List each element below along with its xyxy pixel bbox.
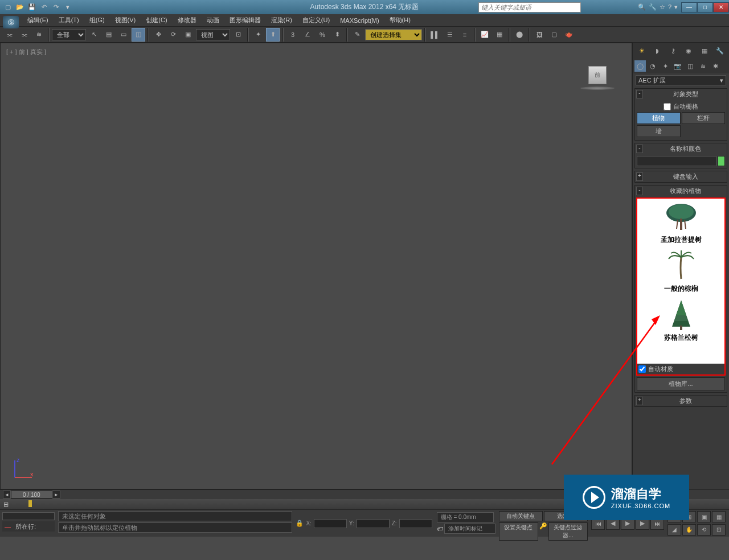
- edit-named-sel-icon[interactable]: ✎: [350, 28, 364, 42]
- rotate-icon[interactable]: ⟳: [166, 28, 180, 42]
- maximize-button[interactable]: □: [697, 2, 713, 13]
- menu-create[interactable]: 创建(C): [141, 15, 171, 26]
- select-manipulate-icon[interactable]: ✦: [251, 28, 265, 42]
- select-link-icon[interactable]: ⫘: [2, 28, 16, 42]
- pan-icon[interactable]: ✋: [682, 524, 696, 536]
- menu-animation[interactable]: 动画: [202, 15, 224, 26]
- pivot-icon[interactable]: ⊡: [231, 28, 245, 42]
- macro-recorder[interactable]: [2, 512, 55, 520]
- plant-library-button[interactable]: 植物库...: [637, 377, 725, 390]
- rollout-header-keyboard[interactable]: +键盘输入: [635, 171, 727, 182]
- viewport-label[interactable]: [ + ] 前 ] 真实 ]: [6, 48, 46, 56]
- plant-item-banyan[interactable]: 孟加拉菩提树: [640, 201, 722, 245]
- z-field[interactable]: [399, 519, 432, 528]
- time-slider-thumb[interactable]: 0 / 100: [11, 491, 52, 499]
- subtab-systems-icon[interactable]: ✱: [710, 60, 721, 72]
- rollout-header-fav-plants[interactable]: -收藏的植物: [635, 186, 727, 196]
- viewport-front[interactable]: [ + ] 前 ] 真实 ] 前 z x: [0, 43, 632, 489]
- y-field[interactable]: [357, 519, 390, 528]
- slider-prev-icon[interactable]: ◄: [3, 491, 11, 499]
- subtab-shapes-icon[interactable]: ◔: [647, 60, 658, 72]
- save-icon[interactable]: 💾: [27, 2, 37, 13]
- menu-edit[interactable]: 编辑(E): [23, 15, 53, 26]
- orbit-icon[interactable]: ⟲: [697, 524, 711, 536]
- open-icon[interactable]: 📂: [15, 2, 25, 13]
- script-row[interactable]: —所在行:: [2, 521, 55, 532]
- fov-icon[interactable]: ◢: [667, 524, 681, 536]
- autokey-button[interactable]: 自动关键点: [499, 511, 543, 521]
- btn-railing[interactable]: 栏杆: [682, 112, 726, 124]
- close-button[interactable]: ✕: [713, 2, 729, 13]
- minimize-button[interactable]: —: [681, 2, 697, 13]
- undo-icon[interactable]: ↶: [39, 2, 49, 13]
- unlink-icon[interactable]: ⫘: [17, 28, 31, 42]
- subtab-helpers-icon[interactable]: ◫: [685, 60, 696, 72]
- subtab-spacewarps-icon[interactable]: ≋: [697, 60, 708, 72]
- time-tag-field[interactable]: 添加时间标记: [444, 524, 495, 534]
- selection-filter-combo[interactable]: 全部: [52, 29, 86, 40]
- bind-spacewarp-icon[interactable]: ≋: [32, 28, 46, 42]
- object-name-input[interactable]: [637, 156, 716, 166]
- curve-editor-icon[interactable]: 📈: [478, 28, 492, 42]
- angle-snap-icon[interactable]: ∠: [301, 28, 314, 42]
- slider-next-icon[interactable]: ►: [52, 491, 60, 499]
- rollout-header-name-color[interactable]: -名称和颜色: [635, 143, 727, 154]
- render-icon[interactable]: 🫖: [562, 28, 576, 42]
- btn-wall[interactable]: 墙: [637, 125, 681, 137]
- mirror-icon[interactable]: ▌▌: [428, 28, 442, 42]
- category-dropdown[interactable]: AEC 扩展▾: [636, 75, 726, 85]
- menu-tools[interactable]: 工具(T): [54, 15, 84, 26]
- plant-item-palm[interactable]: 一般的棕榈: [640, 250, 722, 294]
- percent-snap-icon[interactable]: %: [316, 28, 329, 42]
- snap-3d-icon[interactable]: 3: [286, 28, 300, 42]
- select-name-icon[interactable]: ▤: [102, 28, 116, 42]
- key-icon-small[interactable]: 🔑: [539, 522, 547, 541]
- viewcube-compass[interactable]: [580, 87, 615, 90]
- keyfilter-button[interactable]: 关键点过滤器...: [548, 522, 588, 541]
- viewcube-face[interactable]: 前: [588, 66, 607, 84]
- plant-list[interactable]: 孟加拉菩提树 一般的棕榈 苏格兰松树: [637, 199, 724, 364]
- help-search-input[interactable]: [478, 2, 581, 13]
- dropdown-icon[interactable]: ▾: [674, 3, 678, 11]
- render-frame-icon[interactable]: ▢: [547, 28, 561, 42]
- select-icon[interactable]: ↖: [87, 28, 101, 42]
- star-icon[interactable]: ☆: [660, 3, 665, 11]
- menu-customize[interactable]: 自定义(U): [298, 15, 334, 26]
- auto-material-checkbox[interactable]: [638, 365, 646, 373]
- new-icon[interactable]: ▢: [3, 2, 13, 13]
- key-icon[interactable]: 🔧: [649, 3, 657, 11]
- tab-motion-icon[interactable]: ◉: [682, 44, 695, 57]
- menu-modifiers[interactable]: 修改器: [173, 15, 201, 26]
- autogrid-checkbox[interactable]: [664, 103, 671, 110]
- keyboard-shortcut-icon[interactable]: ⬆: [266, 28, 280, 42]
- move-icon[interactable]: ✥: [151, 28, 165, 42]
- material-icon[interactable]: ⬤: [513, 28, 526, 42]
- tab-utilities-icon[interactable]: 🔧: [714, 44, 726, 57]
- menu-maxscript[interactable]: MAXScript(M): [335, 16, 383, 25]
- object-color-swatch[interactable]: [718, 156, 725, 166]
- named-selection-combo[interactable]: 创建选择集: [365, 29, 422, 40]
- window-crossing-icon[interactable]: ◫: [132, 28, 145, 42]
- max-toggle-icon[interactable]: ⊡: [712, 524, 726, 536]
- plant-item-pine[interactable]: 苏格兰松树: [640, 299, 722, 343]
- subtab-lights-icon[interactable]: ✦: [660, 60, 671, 72]
- viewcube[interactable]: 前: [580, 66, 615, 90]
- render-setup-icon[interactable]: 🖼: [533, 28, 546, 42]
- select-region-icon[interactable]: ▭: [117, 28, 130, 42]
- tab-display-icon[interactable]: ▦: [698, 44, 711, 57]
- lock-icon[interactable]: 🔒: [296, 520, 304, 527]
- menu-group[interactable]: 组(G): [85, 15, 109, 26]
- track-marker[interactable]: [28, 500, 32, 507]
- btn-plant[interactable]: 植物: [637, 112, 681, 124]
- x-field[interactable]: [314, 519, 347, 528]
- redo-icon[interactable]: ↷: [51, 2, 61, 13]
- scale-icon[interactable]: ▣: [181, 28, 195, 42]
- tab-hierarchy-icon[interactable]: ⚷: [667, 44, 679, 57]
- menu-grapheditors[interactable]: 图形编辑器: [225, 15, 265, 26]
- zoom-extents-all-icon[interactable]: ▦: [712, 511, 726, 522]
- subtab-cameras-icon[interactable]: 📷: [672, 60, 683, 72]
- subtab-geometry-icon[interactable]: ◯: [634, 60, 646, 72]
- qat-dropdown-icon[interactable]: ▾: [63, 2, 73, 13]
- trackbar-toggle-icon[interactable]: ⊞: [0, 501, 11, 508]
- help-icon[interactable]: ?: [668, 3, 671, 11]
